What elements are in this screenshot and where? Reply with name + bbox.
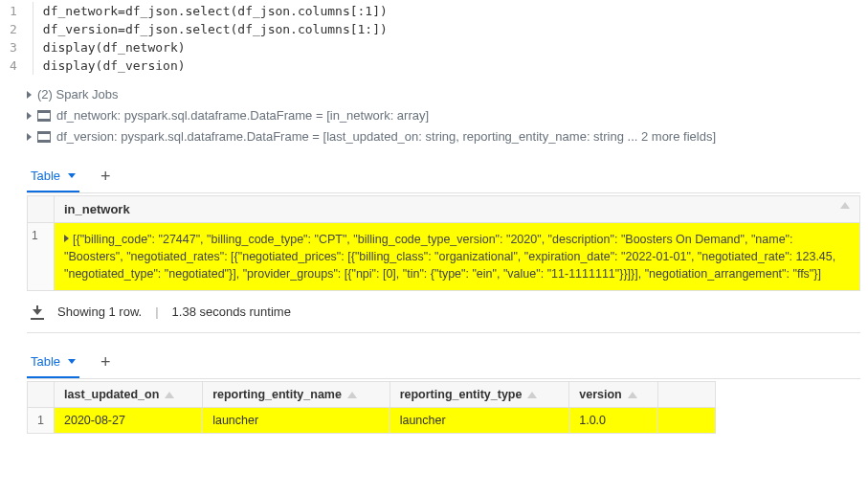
chevron-down-icon xyxy=(68,173,76,178)
column-header[interactable]: last_updated_on xyxy=(55,382,203,408)
caret-icon xyxy=(27,112,32,120)
sort-icon xyxy=(165,392,174,398)
table-row[interactable]: 1 [{"billing_code": "27447", "billing_co… xyxy=(28,223,860,291)
code-cell: 1234 df_network=df_json.select(df_json.c… xyxy=(0,0,868,80)
cell: 2020-08-27 xyxy=(55,408,203,434)
column-header[interactable]: version xyxy=(569,382,658,408)
df-version-schema[interactable]: df_version: pyspark.sql.dataframe.DataFr… xyxy=(27,126,860,147)
caret-icon[interactable] xyxy=(64,235,69,242)
result-footer-1: Showing 1 row. | 1.38 seconds runtime xyxy=(27,291,860,333)
tab-table[interactable]: Table xyxy=(27,347,79,378)
sort-icon xyxy=(628,392,637,398)
caret-icon xyxy=(27,133,32,141)
spark-jobs-label: (2) Spark Jobs xyxy=(37,84,119,105)
sort-icon xyxy=(840,202,850,209)
runtime-label: 1.38 seconds runtime xyxy=(172,304,291,319)
cell: launcher xyxy=(389,408,569,434)
row-index: 1 xyxy=(28,223,55,291)
row-count-label: Showing 1 row. xyxy=(57,304,142,319)
cell-in-network: [{"billing_code": "27447", "billing_code… xyxy=(55,223,859,290)
chevron-down-icon xyxy=(68,359,76,364)
add-tab-button[interactable]: + xyxy=(93,163,119,191)
cell: 1.0.0 xyxy=(569,408,658,434)
result-table-2: last_updated_on reporting_entity_name re… xyxy=(27,381,716,434)
row-number-header xyxy=(28,196,55,223)
dataframe-icon xyxy=(37,131,51,143)
code-gutter: 1234 xyxy=(6,2,33,75)
column-header-empty xyxy=(658,382,716,408)
column-header-in-network[interactable]: in_network xyxy=(55,196,860,223)
row-number-header xyxy=(28,382,55,408)
sort-icon xyxy=(527,392,537,398)
cell-empty xyxy=(658,408,716,434)
column-header[interactable]: reporting_entity_name xyxy=(203,382,390,408)
cell-output: (2) Spark Jobs df_network: pyspark.sql.d… xyxy=(0,80,868,441)
caret-icon xyxy=(27,91,32,99)
cell: launcher xyxy=(203,408,390,434)
sort-icon xyxy=(347,392,357,398)
result-tab-bar-1: Table + xyxy=(27,161,860,193)
result-tab-bar-2: Table + xyxy=(27,347,860,379)
tab-table[interactable]: Table xyxy=(27,161,79,192)
spark-jobs-row[interactable]: (2) Spark Jobs xyxy=(27,84,860,105)
row-index: 1 xyxy=(28,408,55,434)
dataframe-icon xyxy=(37,110,51,122)
column-header[interactable]: reporting_entity_type xyxy=(389,382,569,408)
add-tab-button[interactable]: + xyxy=(93,349,119,376)
table-row[interactable]: 1 2020-08-27 launcher launcher 1.0.0 xyxy=(28,408,716,434)
df-network-schema[interactable]: df_network: pyspark.sql.dataframe.DataFr… xyxy=(27,105,860,126)
download-icon[interactable] xyxy=(31,305,44,319)
code-editor[interactable]: df_network=df_json.select(df_json.column… xyxy=(33,2,388,75)
result-table-1: in_network 1 [{"billing_code": "27447", … xyxy=(27,195,860,291)
